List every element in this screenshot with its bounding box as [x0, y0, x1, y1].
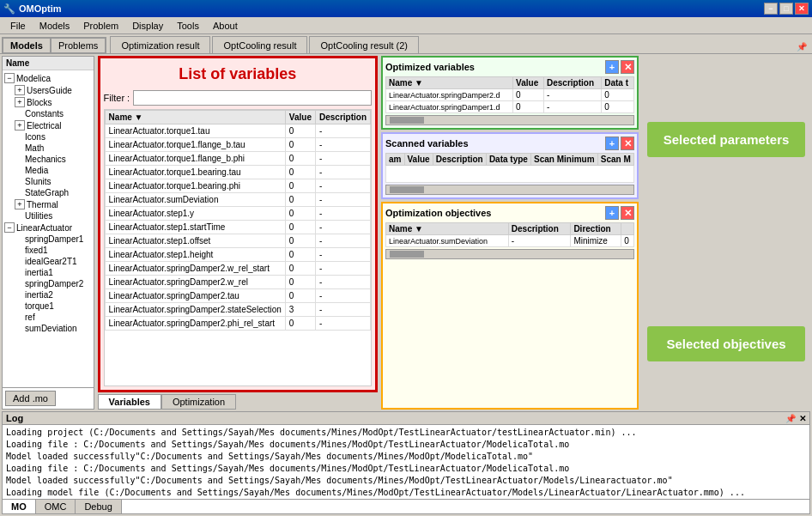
table-row[interactable]: LinearActuator.springDamper2.w_rel_start… — [105, 262, 370, 276]
tree-item-linearactuator[interactable]: − LinearActuator — [4, 222, 92, 234]
optimized-vars-remove-btn[interactable]: ✕ — [621, 60, 634, 74]
tree-item-thermal[interactable]: + Thermal — [4, 198, 92, 210]
tree-item-inertia2[interactable]: inertia2 — [4, 289, 92, 300]
log-tab-mo[interactable]: MO — [3, 500, 36, 513]
obj-col-name[interactable]: Name ▼ — [386, 223, 509, 235]
minimize-button[interactable]: − — [764, 3, 778, 15]
tree-item-math[interactable]: Math — [4, 143, 92, 154]
menu-models[interactable]: Models — [33, 19, 76, 33]
menu-file[interactable]: File — [3, 19, 33, 33]
menu-tools[interactable]: Tools — [170, 19, 206, 33]
table-row[interactable]: LinearActuator.torque1.flange_b.tau0- — [105, 138, 370, 152]
opt-obj-remove-btn[interactable]: ✕ — [621, 206, 634, 220]
scan-col-desc[interactable]: Description — [433, 154, 486, 166]
menu-problem[interactable]: Problem — [76, 19, 125, 33]
opt-col-desc[interactable]: Description — [544, 77, 602, 89]
log-pin-icon[interactable]: 📌 — [785, 414, 796, 423]
table-row[interactable]: LinearActuator.sumDeviation0- — [105, 193, 370, 207]
table-row[interactable]: LinearActuator.step1.y0- — [105, 207, 370, 221]
table-row[interactable]: LinearActuator.torque1.bearing.phi0- — [105, 179, 370, 193]
table-row[interactable]: LinearActuator.springDamper2.d0-0 — [386, 89, 634, 101]
tree-expander-modelica[interactable]: − — [4, 73, 15, 83]
scanned-vars-add-btn[interactable]: + — [605, 137, 619, 150]
maximize-button[interactable]: □ — [779, 3, 793, 15]
tab-problems[interactable]: Problems — [51, 38, 106, 52]
opt-col-name[interactable]: Name ▼ — [386, 77, 513, 89]
scan-col-value[interactable]: Value — [404, 154, 433, 166]
menu-display[interactable]: Display — [125, 19, 170, 33]
opt-col-datat[interactable]: Data t — [602, 77, 634, 89]
table-row[interactable]: LinearActuator.step1.offset0- — [105, 234, 370, 248]
tree-expander-linearactuator[interactable]: − — [4, 222, 15, 233]
var-value: 0 — [285, 289, 315, 303]
opt-objectives-box: Optimization objectives + ✕ Name ▼ Descr… — [381, 202, 639, 410]
table-row[interactable]: LinearActuator.torque1.bearing.tau0- — [105, 166, 370, 179]
tree-expander-blocks[interactable]: + — [15, 97, 25, 107]
tab-optimization-result[interactable]: Optimization result — [110, 36, 210, 53]
tab-optimization[interactable]: Optimization — [161, 394, 236, 410]
tree-item-ref[interactable]: ref — [4, 312, 92, 323]
table-row[interactable]: LinearActuator.step1.startTime0- — [105, 221, 370, 234]
table-row[interactable]: LinearActuator.springDamper2.w_rel0- — [105, 276, 370, 289]
tree-item-stategraph[interactable]: StateGraph — [4, 187, 92, 198]
obj-col-desc[interactable]: Description — [508, 223, 571, 235]
tree-item-electrical[interactable]: + Electrical — [4, 119, 92, 131]
tree-item-fixed1[interactable]: fixed1 — [4, 245, 92, 256]
col-description[interactable]: Description — [315, 111, 370, 124]
pin-icon[interactable]: 📌 — [793, 40, 810, 53]
opt-obj-hscroll[interactable] — [385, 249, 634, 259]
table-row[interactable]: LinearActuator.springDamper2.tau0- — [105, 289, 370, 303]
table-row[interactable]: LinearActuator.springDamper2.stateSelect… — [105, 303, 370, 317]
table-row[interactable]: LinearActuator.springDamper1.d0-0 — [386, 101, 634, 113]
tree-item-siunits[interactable]: SIunits — [4, 176, 92, 187]
tree-item-sumdeviation[interactable]: sumDeviation — [4, 323, 92, 334]
tree-item-media[interactable]: Media — [4, 165, 92, 176]
scan-col-datatype[interactable]: Data type — [486, 154, 530, 166]
scanned-vars-remove-btn[interactable]: ✕ — [621, 137, 634, 150]
table-row[interactable]: LinearActuator.torque1.flange_b.phi0- — [105, 152, 370, 166]
tree-item-constants[interactable]: Constants — [4, 108, 92, 119]
col-value[interactable]: Value — [285, 111, 315, 124]
add-mo-button[interactable]: Add .mo — [5, 391, 56, 406]
tree-expander-usersguide[interactable]: + — [15, 85, 25, 95]
table-row[interactable]: LinearActuator.springDamper2.phi_rel_sta… — [105, 317, 370, 331]
tree-expander-thermal[interactable]: + — [15, 199, 25, 209]
log-close-icon[interactable]: ✕ — [799, 414, 806, 423]
tree-item-utilities[interactable]: Utilities — [4, 210, 92, 222]
table-row[interactable]: LinearActuator.sumDeviation-Minimize0 — [386, 235, 634, 247]
tree-expander-electrical[interactable]: + — [15, 120, 25, 131]
scan-col-min[interactable]: Scan Minimum — [531, 154, 598, 166]
scan-col-max[interactable]: Scan M — [597, 154, 633, 166]
col-name[interactable]: Name ▼ — [105, 111, 285, 124]
tab-optcooling-result-2[interactable]: OptCooling result (2) — [309, 36, 419, 53]
tree-item-torque1[interactable]: torque1 — [4, 300, 92, 312]
tree-item-mechanics[interactable]: Mechanics — [4, 154, 92, 165]
opt-obj-add-btn[interactable]: + — [605, 206, 619, 220]
tree-item-inertia1[interactable]: inertia1 — [4, 267, 92, 278]
filter-input[interactable] — [133, 90, 372, 106]
scan-col-am[interactable]: am — [386, 154, 405, 166]
table-row[interactable]: LinearActuator.torque1.tau0- — [105, 124, 370, 138]
opt-col-value[interactable]: Value — [513, 77, 544, 89]
tree-item-springdamper2[interactable]: springDamper2 — [4, 278, 92, 289]
scan-vars-hscroll[interactable] — [385, 185, 634, 195]
optimized-vars-add-btn[interactable]: + — [605, 60, 619, 74]
tree-item-usersguide[interactable]: + UsersGuide — [4, 84, 92, 96]
opt-vars-hscroll[interactable] — [385, 115, 634, 125]
tree-item-blocks[interactable]: + Blocks — [4, 96, 92, 108]
log-header: Log 📌 ✕ — [3, 412, 809, 425]
tab-models[interactable]: Models — [3, 38, 51, 52]
tree-item-icons[interactable]: Icons — [4, 131, 92, 143]
log-tab-debug[interactable]: Debug — [76, 500, 121, 513]
tab-variables[interactable]: Variables — [98, 394, 161, 410]
tree-item-idealgear2t1[interactable]: idealGear2T1 — [4, 256, 92, 267]
close-button[interactable]: ✕ — [795, 3, 809, 15]
tree-item-springdamper1[interactable]: springDamper1 — [4, 234, 92, 245]
table-row[interactable]: LinearActuator.step1.height0- — [105, 248, 370, 262]
tree-item-modelica[interactable]: − Modelica — [4, 72, 92, 84]
menu-about[interactable]: About — [206, 19, 245, 33]
obj-col-direction[interactable]: Direction — [571, 223, 621, 235]
tab-optcooling-result[interactable]: OptCooling result — [212, 36, 307, 53]
obj-col-val[interactable] — [621, 223, 634, 235]
log-tab-omc[interactable]: OMC — [36, 500, 76, 513]
